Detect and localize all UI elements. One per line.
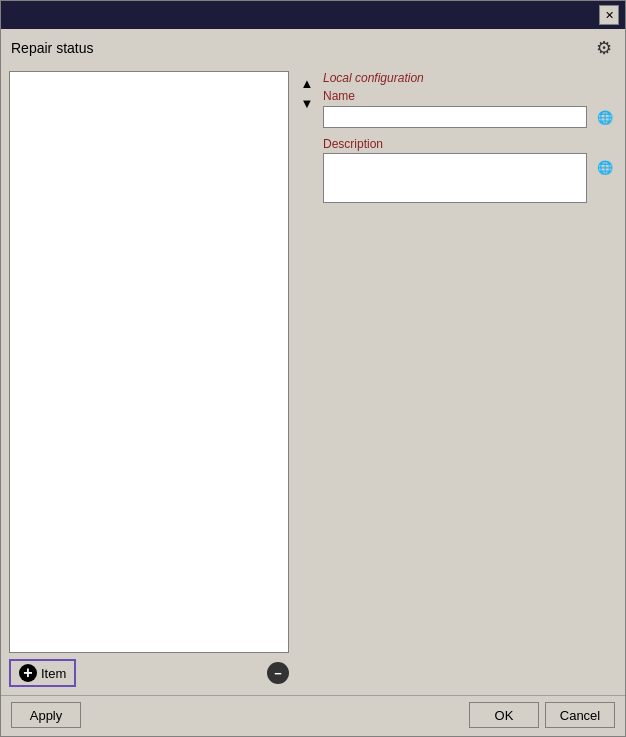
apply-button[interactable]: Apply [11,702,81,728]
config-section-label: Local configuration [323,71,617,85]
add-item-label: Item [41,666,66,681]
description-input[interactable] [323,153,587,203]
move-up-button[interactable]: ▲ [297,73,317,91]
settings-icon[interactable]: ⚙ [593,37,615,59]
ok-button[interactable]: OK [469,702,539,728]
name-globe-button[interactable]: 🌐 [593,105,617,129]
footer-left: Apply [11,702,81,728]
description-globe-button[interactable]: 🌐 [593,155,617,179]
add-icon: + [19,664,37,682]
description-field-group: Description 🌐 [323,137,617,203]
name-input[interactable] [323,106,587,128]
left-panel: + Item − [9,71,289,687]
config-column: Local configuration Name 🌐 Description [323,71,617,211]
right-panel-inner: ▲ ▼ Local configuration Name 🌐 [297,71,617,211]
description-label: Description [323,137,617,151]
list-controls: + Item − [9,653,289,687]
dialog-body: + Item − ▲ ▼ [1,65,625,695]
name-label: Name [323,89,617,103]
remove-icon: − [274,667,282,680]
close-button[interactable]: ✕ [599,5,619,25]
dialog-footer: Apply OK Cancel [1,695,625,736]
footer-right: OK Cancel [469,702,615,728]
name-field-group: Name 🌐 [323,89,617,129]
globe-icon-description: 🌐 [597,160,613,175]
up-arrow-icon: ▲ [301,76,314,91]
description-field-row: 🌐 [323,153,617,203]
right-panel: ▲ ▼ Local configuration Name 🌐 [297,71,617,687]
arrows-column: ▲ ▼ [297,71,317,211]
down-arrow-icon: ▼ [301,96,314,111]
move-down-button[interactable]: ▼ [297,93,317,111]
cancel-button[interactable]: Cancel [545,702,615,728]
add-item-button[interactable]: + Item [9,659,76,687]
dialog-title: Repair status [11,40,93,56]
dialog-header: Repair status ⚙ [1,29,625,65]
title-bar: ✕ [1,1,625,29]
remove-item-button[interactable]: − [267,662,289,684]
repair-status-dialog: ✕ Repair status ⚙ + Item − [0,0,626,737]
item-list [9,71,289,653]
name-field-row: 🌐 [323,105,617,129]
globe-icon-name: 🌐 [597,110,613,125]
